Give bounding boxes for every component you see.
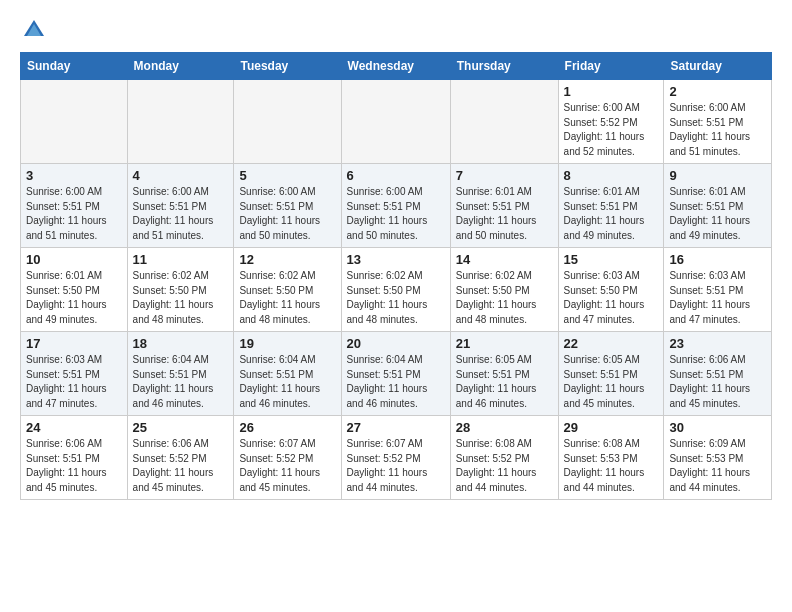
day-info: Sunrise: 6:08 AMSunset: 5:52 PMDaylight:… [456, 437, 553, 495]
day-info: Sunrise: 6:02 AMSunset: 5:50 PMDaylight:… [133, 269, 229, 327]
weekday-header-wednesday: Wednesday [341, 53, 450, 80]
day-info: Sunrise: 6:01 AMSunset: 5:50 PMDaylight:… [26, 269, 122, 327]
day-info: Sunrise: 6:06 AMSunset: 5:51 PMDaylight:… [669, 353, 766, 411]
day-info: Sunrise: 6:02 AMSunset: 5:50 PMDaylight:… [347, 269, 445, 327]
calendar-cell: 30Sunrise: 6:09 AMSunset: 5:53 PMDayligh… [664, 416, 772, 500]
day-number: 17 [26, 336, 122, 351]
calendar-cell: 28Sunrise: 6:08 AMSunset: 5:52 PMDayligh… [450, 416, 558, 500]
day-info: Sunrise: 6:06 AMSunset: 5:52 PMDaylight:… [133, 437, 229, 495]
calendar-cell: 27Sunrise: 6:07 AMSunset: 5:52 PMDayligh… [341, 416, 450, 500]
calendar-cell: 20Sunrise: 6:04 AMSunset: 5:51 PMDayligh… [341, 332, 450, 416]
day-number: 14 [456, 252, 553, 267]
day-info: Sunrise: 6:03 AMSunset: 5:51 PMDaylight:… [26, 353, 122, 411]
day-number: 4 [133, 168, 229, 183]
calendar-cell: 25Sunrise: 6:06 AMSunset: 5:52 PMDayligh… [127, 416, 234, 500]
calendar-cell: 13Sunrise: 6:02 AMSunset: 5:50 PMDayligh… [341, 248, 450, 332]
day-number: 25 [133, 420, 229, 435]
calendar-cell: 1Sunrise: 6:00 AMSunset: 5:52 PMDaylight… [558, 80, 664, 164]
day-info: Sunrise: 6:00 AMSunset: 5:51 PMDaylight:… [133, 185, 229, 243]
calendar-cell: 14Sunrise: 6:02 AMSunset: 5:50 PMDayligh… [450, 248, 558, 332]
day-info: Sunrise: 6:09 AMSunset: 5:53 PMDaylight:… [669, 437, 766, 495]
day-info: Sunrise: 6:08 AMSunset: 5:53 PMDaylight:… [564, 437, 659, 495]
day-info: Sunrise: 6:00 AMSunset: 5:51 PMDaylight:… [669, 101, 766, 159]
day-number: 6 [347, 168, 445, 183]
calendar-cell: 12Sunrise: 6:02 AMSunset: 5:50 PMDayligh… [234, 248, 341, 332]
day-number: 11 [133, 252, 229, 267]
day-number: 12 [239, 252, 335, 267]
calendar-cell: 17Sunrise: 6:03 AMSunset: 5:51 PMDayligh… [21, 332, 128, 416]
day-info: Sunrise: 6:00 AMSunset: 5:51 PMDaylight:… [239, 185, 335, 243]
calendar-cell: 19Sunrise: 6:04 AMSunset: 5:51 PMDayligh… [234, 332, 341, 416]
calendar-cell: 22Sunrise: 6:05 AMSunset: 5:51 PMDayligh… [558, 332, 664, 416]
week-row-4: 17Sunrise: 6:03 AMSunset: 5:51 PMDayligh… [21, 332, 772, 416]
week-row-5: 24Sunrise: 6:06 AMSunset: 5:51 PMDayligh… [21, 416, 772, 500]
day-number: 30 [669, 420, 766, 435]
day-info: Sunrise: 6:03 AMSunset: 5:50 PMDaylight:… [564, 269, 659, 327]
week-row-3: 10Sunrise: 6:01 AMSunset: 5:50 PMDayligh… [21, 248, 772, 332]
calendar-cell: 26Sunrise: 6:07 AMSunset: 5:52 PMDayligh… [234, 416, 341, 500]
day-number: 8 [564, 168, 659, 183]
day-number: 5 [239, 168, 335, 183]
calendar-table: SundayMondayTuesdayWednesdayThursdayFrid… [20, 52, 772, 500]
day-number: 22 [564, 336, 659, 351]
calendar-cell: 21Sunrise: 6:05 AMSunset: 5:51 PMDayligh… [450, 332, 558, 416]
weekday-header-thursday: Thursday [450, 53, 558, 80]
calendar-cell [341, 80, 450, 164]
calendar-cell: 15Sunrise: 6:03 AMSunset: 5:50 PMDayligh… [558, 248, 664, 332]
calendar-cell: 16Sunrise: 6:03 AMSunset: 5:51 PMDayligh… [664, 248, 772, 332]
calendar-cell: 18Sunrise: 6:04 AMSunset: 5:51 PMDayligh… [127, 332, 234, 416]
weekday-header-friday: Friday [558, 53, 664, 80]
weekday-header-monday: Monday [127, 53, 234, 80]
day-number: 20 [347, 336, 445, 351]
calendar-cell: 2Sunrise: 6:00 AMSunset: 5:51 PMDaylight… [664, 80, 772, 164]
day-info: Sunrise: 6:03 AMSunset: 5:51 PMDaylight:… [669, 269, 766, 327]
week-row-1: 1Sunrise: 6:00 AMSunset: 5:52 PMDaylight… [21, 80, 772, 164]
day-info: Sunrise: 6:01 AMSunset: 5:51 PMDaylight:… [456, 185, 553, 243]
calendar-cell: 23Sunrise: 6:06 AMSunset: 5:51 PMDayligh… [664, 332, 772, 416]
day-info: Sunrise: 6:00 AMSunset: 5:52 PMDaylight:… [564, 101, 659, 159]
day-number: 26 [239, 420, 335, 435]
day-info: Sunrise: 6:07 AMSunset: 5:52 PMDaylight:… [239, 437, 335, 495]
day-info: Sunrise: 6:02 AMSunset: 5:50 PMDaylight:… [456, 269, 553, 327]
day-number: 21 [456, 336, 553, 351]
day-number: 10 [26, 252, 122, 267]
day-info: Sunrise: 6:00 AMSunset: 5:51 PMDaylight:… [26, 185, 122, 243]
day-number: 29 [564, 420, 659, 435]
day-number: 3 [26, 168, 122, 183]
calendar-cell: 3Sunrise: 6:00 AMSunset: 5:51 PMDaylight… [21, 164, 128, 248]
calendar-cell: 11Sunrise: 6:02 AMSunset: 5:50 PMDayligh… [127, 248, 234, 332]
weekday-header-row: SundayMondayTuesdayWednesdayThursdayFrid… [21, 53, 772, 80]
day-info: Sunrise: 6:00 AMSunset: 5:51 PMDaylight:… [347, 185, 445, 243]
day-info: Sunrise: 6:04 AMSunset: 5:51 PMDaylight:… [347, 353, 445, 411]
calendar-cell: 10Sunrise: 6:01 AMSunset: 5:50 PMDayligh… [21, 248, 128, 332]
calendar-cell [21, 80, 128, 164]
day-info: Sunrise: 6:01 AMSunset: 5:51 PMDaylight:… [564, 185, 659, 243]
day-number: 18 [133, 336, 229, 351]
calendar-cell [450, 80, 558, 164]
day-number: 24 [26, 420, 122, 435]
page: SundayMondayTuesdayWednesdayThursdayFrid… [0, 0, 792, 516]
weekday-header-saturday: Saturday [664, 53, 772, 80]
header [20, 16, 772, 44]
week-row-2: 3Sunrise: 6:00 AMSunset: 5:51 PMDaylight… [21, 164, 772, 248]
calendar-cell: 24Sunrise: 6:06 AMSunset: 5:51 PMDayligh… [21, 416, 128, 500]
weekday-header-sunday: Sunday [21, 53, 128, 80]
calendar-cell: 6Sunrise: 6:00 AMSunset: 5:51 PMDaylight… [341, 164, 450, 248]
day-number: 13 [347, 252, 445, 267]
day-number: 27 [347, 420, 445, 435]
weekday-header-tuesday: Tuesday [234, 53, 341, 80]
logo-icon [20, 16, 48, 44]
calendar-cell: 8Sunrise: 6:01 AMSunset: 5:51 PMDaylight… [558, 164, 664, 248]
day-info: Sunrise: 6:02 AMSunset: 5:50 PMDaylight:… [239, 269, 335, 327]
day-number: 2 [669, 84, 766, 99]
day-number: 9 [669, 168, 766, 183]
day-number: 1 [564, 84, 659, 99]
day-info: Sunrise: 6:05 AMSunset: 5:51 PMDaylight:… [456, 353, 553, 411]
calendar-cell [127, 80, 234, 164]
day-info: Sunrise: 6:05 AMSunset: 5:51 PMDaylight:… [564, 353, 659, 411]
calendar-cell: 29Sunrise: 6:08 AMSunset: 5:53 PMDayligh… [558, 416, 664, 500]
day-number: 23 [669, 336, 766, 351]
logo [20, 16, 52, 44]
day-number: 19 [239, 336, 335, 351]
calendar-cell: 4Sunrise: 6:00 AMSunset: 5:51 PMDaylight… [127, 164, 234, 248]
